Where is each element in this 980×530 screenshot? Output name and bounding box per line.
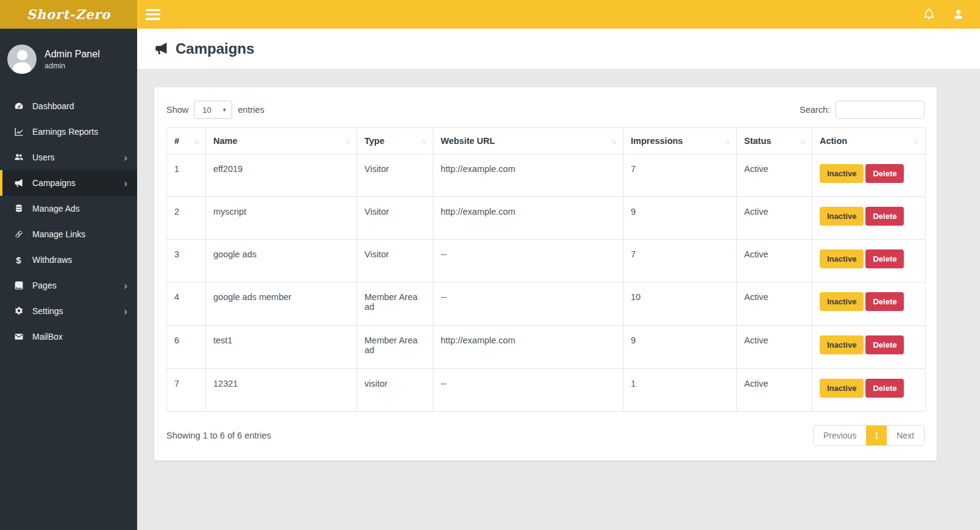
brand-logo-area[interactable]: Short-Zero — [0, 0, 137, 29]
table-header-row: #↑↓ Name↑↓ Type↑↓ Website URL↑↓ Impressi… — [167, 128, 926, 154]
book-icon — [13, 281, 24, 291]
link-icon — [13, 229, 24, 240]
sort-icon: ↑↓ — [421, 137, 425, 145]
cell-num: 7 — [167, 369, 206, 412]
bullhorn-icon — [154, 41, 169, 56]
sort-icon: ↑↓ — [914, 137, 918, 145]
chevron-right-icon: › — [124, 152, 127, 163]
pagination-previous-button[interactable]: Previous — [814, 426, 866, 445]
page-title: Campaigns — [176, 40, 254, 57]
inactive-button[interactable]: Inactive — [820, 379, 864, 398]
table-row: 7 12321 visitor -- 1 Active InactiveDele… — [167, 369, 926, 412]
search-input[interactable] — [836, 101, 925, 119]
sidebar-item-dashboard[interactable]: Dashboard — [0, 93, 137, 119]
cell-action: InactiveDelete — [812, 369, 926, 412]
inactive-button[interactable]: Inactive — [820, 207, 864, 226]
cell-impressions: 7 — [623, 154, 737, 197]
delete-button[interactable]: Delete — [865, 164, 904, 183]
cell-type: Visitor — [357, 197, 433, 240]
column-header-website-url[interactable]: Website URL↑↓ — [433, 128, 623, 154]
inactive-button[interactable]: Inactive — [820, 164, 864, 183]
chevron-right-icon: › — [124, 281, 127, 291]
cell-num: 6 — [167, 326, 206, 369]
cell-name: 12321 — [206, 369, 357, 412]
main-content: Campaigns Show 10 ▼ entries Search: — [137, 0, 980, 530]
content-header: Campaigns — [137, 29, 980, 69]
search-label: Search: — [800, 105, 830, 115]
dollar-icon: $ — [13, 255, 24, 265]
campaigns-card: Show 10 ▼ entries Search: — [154, 87, 937, 460]
user-name: Admin Panel — [44, 48, 100, 60]
notifications-bell-icon[interactable] — [923, 9, 935, 21]
cell-website-url[interactable]: http://example.com — [433, 154, 623, 197]
sort-icon: ↑↓ — [800, 137, 804, 145]
delete-button[interactable]: Delete — [865, 207, 904, 226]
delete-button[interactable]: Delete — [865, 335, 904, 354]
cell-impressions: 1 — [623, 369, 737, 412]
delete-button[interactable]: Delete — [865, 249, 904, 268]
cell-impressions: 7 — [623, 240, 737, 282]
sidebar-item-pages[interactable]: Pages › — [0, 273, 137, 298]
cell-action: InactiveDelete — [812, 240, 926, 282]
select-dropdown-arrow-icon: ▼ — [222, 107, 227, 113]
column-header-name[interactable]: Name↑↓ — [206, 128, 357, 154]
table-row: 2 myscript Visitor http://example.com 9 … — [167, 197, 926, 240]
cell-website-url[interactable]: -- — [433, 240, 623, 282]
show-label: Show — [166, 105, 188, 115]
cell-num: 1 — [167, 154, 206, 197]
bullhorn-icon — [13, 178, 24, 188]
sidebar-item-campaigns[interactable]: Campaigns › — [0, 170, 137, 196]
cell-type: visitor — [357, 369, 433, 412]
inactive-button[interactable]: Inactive — [820, 292, 864, 311]
sidebar-item-label: Campaigns — [32, 178, 76, 188]
pagination-page-1-button[interactable]: 1 — [866, 426, 887, 445]
column-header-impressions[interactable]: Impressions↑↓ — [623, 128, 737, 154]
cell-status: Active — [737, 197, 812, 240]
delete-button[interactable]: Delete — [865, 292, 904, 311]
sort-icon: ↑↓ — [345, 137, 349, 145]
column-header-status[interactable]: Status↑↓ — [737, 128, 812, 154]
page-size-select[interactable]: 10 ▼ — [194, 101, 232, 119]
sidebar-item-manage-ads[interactable]: Manage Ads — [0, 196, 137, 221]
sidebar-item-earnings-reports[interactable]: Earnings Reports — [0, 119, 137, 145]
topbar-main — [137, 0, 980, 29]
cell-website-url[interactable]: http://example.com — [433, 197, 623, 240]
search-control: Search: — [800, 101, 925, 119]
table-footer: Showing 1 to 6 of 6 entries Previous 1 N… — [166, 425, 925, 446]
sort-icon: ↑↓ — [611, 137, 616, 145]
cell-status: Active — [737, 282, 812, 326]
cell-num: 4 — [167, 282, 206, 326]
sidebar-item-settings[interactable]: Settings › — [0, 298, 137, 324]
sidebar-item-label: Dashboard — [32, 101, 74, 111]
cell-type: Member Area ad — [357, 326, 433, 369]
cell-status: Active — [737, 326, 812, 369]
cell-website-url[interactable]: -- — [433, 282, 623, 326]
cell-website-url[interactable]: http://example.com — [433, 326, 623, 369]
brand-logo-text: Short-Zero — [27, 7, 111, 22]
sidebar-item-withdraws[interactable]: $ Withdraws — [0, 247, 137, 273]
delete-button[interactable]: Delete — [865, 379, 904, 398]
pagination-next-button[interactable]: Next — [887, 426, 924, 445]
cell-type: Member Area ad — [357, 282, 433, 326]
sidebar-toggle-button[interactable] — [146, 9, 160, 20]
sidebar-item-label: MailBox — [32, 332, 63, 342]
cell-action: InactiveDelete — [812, 326, 926, 369]
column-header-num[interactable]: #↑↓ — [167, 128, 206, 154]
users-icon — [13, 152, 24, 163]
cell-action: InactiveDelete — [812, 282, 926, 326]
inactive-button[interactable]: Inactive — [820, 249, 864, 268]
column-header-action[interactable]: Action↑↓ — [812, 128, 926, 154]
sidebar-item-manage-links[interactable]: Manage Links — [0, 221, 137, 247]
cell-name: eff2019 — [206, 154, 357, 197]
sidebar-item-label: Pages — [32, 281, 57, 290]
cell-action: InactiveDelete — [812, 154, 926, 197]
user-account-icon[interactable] — [952, 9, 964, 21]
cell-name: google ads — [206, 240, 357, 282]
cell-website-url[interactable]: -- — [433, 369, 623, 412]
chevron-right-icon: › — [124, 178, 127, 188]
column-header-type[interactable]: Type↑↓ — [357, 128, 433, 154]
sidebar-item-users[interactable]: Users › — [0, 145, 137, 170]
inactive-button[interactable]: Inactive — [820, 335, 864, 354]
sidebar-item-mailbox[interactable]: MailBox — [0, 324, 137, 349]
dashboard-gauge-icon — [13, 101, 24, 112]
